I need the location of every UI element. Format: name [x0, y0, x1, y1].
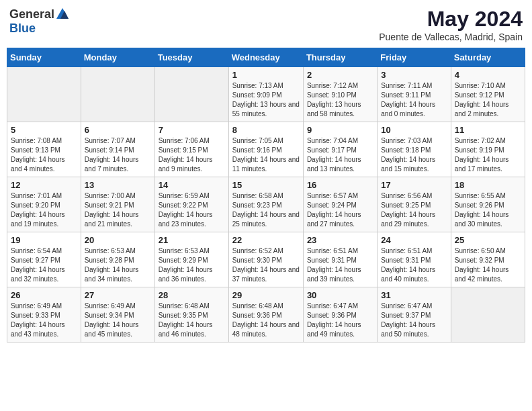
day-number: 2 [307, 70, 373, 80]
daylight-text: Daylight: 14 hours and 50 minutes. [381, 321, 435, 338]
calendar-day-cell [451, 287, 525, 342]
day-number: 7 [159, 125, 225, 135]
day-number: 15 [232, 180, 300, 190]
sunset-text: Sunset: 9:09 PM [232, 91, 282, 99]
day-number: 27 [85, 290, 151, 300]
page-header: General Blue May 2024 Puente de Vallecas… [7, 7, 525, 42]
day-info: Sunrise: 6:48 AM Sunset: 9:35 PM Dayligh… [159, 302, 225, 339]
daylight-text: Daylight: 13 hours and 55 minutes. [232, 101, 300, 118]
day-info: Sunrise: 6:49 AM Sunset: 9:33 PM Dayligh… [11, 302, 77, 339]
daylight-text: Daylight: 14 hours and 45 minutes. [85, 321, 139, 338]
calendar-week-row: 1 Sunrise: 7:13 AM Sunset: 9:09 PM Dayli… [7, 67, 525, 122]
sunset-text: Sunset: 9:33 PM [11, 312, 60, 319]
sunrise-text: Sunrise: 7:02 AM [455, 137, 506, 144]
sunrise-text: Sunrise: 6:51 AM [307, 247, 358, 255]
day-info: Sunrise: 6:59 AM Sunset: 9:22 PM Dayligh… [159, 191, 225, 229]
day-info: Sunrise: 6:48 AM Sunset: 9:36 PM Dayligh… [232, 302, 300, 339]
day-number: 17 [381, 180, 447, 190]
day-number: 3 [381, 70, 447, 80]
sunset-text: Sunset: 9:24 PM [307, 201, 357, 209]
day-info: Sunrise: 6:53 AM Sunset: 9:29 PM Dayligh… [159, 246, 225, 284]
day-info: Sunrise: 7:00 AM Sunset: 9:21 PM Dayligh… [85, 191, 151, 229]
calendar-day-cell: 23 Sunrise: 6:51 AM Sunset: 9:31 PM Dayl… [303, 232, 377, 287]
sunset-text: Sunset: 9:29 PM [159, 257, 208, 264]
day-info: Sunrise: 6:51 AM Sunset: 9:31 PM Dayligh… [381, 246, 447, 284]
day-number: 14 [159, 180, 225, 190]
day-info: Sunrise: 6:51 AM Sunset: 9:31 PM Dayligh… [307, 246, 373, 284]
calendar-week-row: 12 Sunrise: 7:01 AM Sunset: 9:20 PM Dayl… [7, 177, 525, 232]
day-info: Sunrise: 6:57 AM Sunset: 9:24 PM Dayligh… [307, 191, 373, 229]
daylight-text: Daylight: 14 hours and 39 minutes. [307, 266, 361, 283]
calendar-day-cell: 7 Sunrise: 7:06 AM Sunset: 9:15 PM Dayli… [154, 122, 228, 177]
sunrise-text: Sunrise: 6:48 AM [232, 302, 283, 310]
daylight-text: Daylight: 14 hours and 30 minutes. [455, 211, 509, 228]
sunrise-text: Sunrise: 6:58 AM [232, 192, 283, 199]
sunrise-text: Sunrise: 6:55 AM [455, 192, 506, 199]
sunrise-text: Sunrise: 7:04 AM [307, 137, 358, 144]
calendar-day-cell: 2 Sunrise: 7:12 AM Sunset: 9:10 PM Dayli… [303, 67, 377, 122]
sunrise-text: Sunrise: 7:13 AM [232, 82, 283, 89]
calendar-day-cell: 4 Sunrise: 7:10 AM Sunset: 9:12 PM Dayli… [451, 67, 525, 122]
day-number: 10 [381, 125, 447, 135]
daylight-text: Daylight: 14 hours and 7 minutes. [85, 156, 139, 173]
calendar-day-cell: 28 Sunrise: 6:48 AM Sunset: 9:35 PM Dayl… [154, 287, 228, 342]
sunset-text: Sunset: 9:31 PM [381, 257, 431, 264]
calendar-day-cell: 5 Sunrise: 7:08 AM Sunset: 9:13 PM Dayli… [7, 122, 81, 177]
day-number: 30 [307, 290, 373, 300]
sunset-text: Sunset: 9:13 PM [11, 146, 60, 154]
day-number: 28 [159, 290, 225, 300]
daylight-text: Daylight: 14 hours and 13 minutes. [307, 156, 361, 173]
calendar-day-cell: 9 Sunrise: 7:04 AM Sunset: 9:17 PM Dayli… [303, 122, 377, 177]
sunrise-text: Sunrise: 7:05 AM [232, 137, 283, 144]
day-info: Sunrise: 6:52 AM Sunset: 9:30 PM Dayligh… [232, 246, 300, 284]
sunrise-text: Sunrise: 6:56 AM [381, 192, 432, 199]
daylight-text: Daylight: 14 hours and 2 minutes. [455, 101, 509, 118]
sunset-text: Sunset: 9:14 PM [85, 146, 134, 154]
calendar-day-header: Thursday [303, 48, 377, 67]
sunrise-text: Sunrise: 6:59 AM [159, 192, 210, 199]
daylight-text: Daylight: 14 hours and 29 minutes. [381, 211, 435, 228]
daylight-text: Daylight: 14 hours and 32 minutes. [11, 266, 65, 283]
sunrise-text: Sunrise: 6:49 AM [85, 302, 136, 310]
sunset-text: Sunset: 9:15 PM [159, 146, 208, 154]
sunset-text: Sunset: 9:28 PM [85, 257, 134, 264]
calendar-day-cell: 12 Sunrise: 7:01 AM Sunset: 9:20 PM Dayl… [7, 177, 81, 232]
calendar-day-cell: 31 Sunrise: 6:47 AM Sunset: 9:37 PM Dayl… [378, 287, 451, 342]
day-info: Sunrise: 7:06 AM Sunset: 9:15 PM Dayligh… [159, 136, 225, 174]
calendar-day-cell: 6 Sunrise: 7:07 AM Sunset: 9:14 PM Dayli… [81, 122, 154, 177]
day-number: 5 [11, 125, 77, 135]
sunset-text: Sunset: 9:34 PM [85, 312, 134, 319]
calendar-day-cell: 15 Sunrise: 6:58 AM Sunset: 9:23 PM Dayl… [228, 177, 303, 232]
daylight-text: Daylight: 14 hours and 42 minutes. [455, 266, 509, 283]
subtitle: Puente de Vallecas, Madrid, Spain [379, 32, 523, 42]
sunrise-text: Sunrise: 7:01 AM [11, 192, 62, 199]
sunset-text: Sunset: 9:27 PM [11, 257, 60, 264]
sunset-text: Sunset: 9:10 PM [307, 91, 357, 99]
day-info: Sunrise: 6:47 AM Sunset: 9:37 PM Dayligh… [381, 302, 447, 339]
calendar-day-header: Sunday [7, 48, 81, 67]
day-info: Sunrise: 6:53 AM Sunset: 9:28 PM Dayligh… [85, 246, 151, 284]
sunrise-text: Sunrise: 6:52 AM [232, 247, 283, 255]
sunset-text: Sunset: 9:35 PM [159, 312, 208, 319]
daylight-text: Daylight: 14 hours and 36 minutes. [159, 266, 213, 283]
day-number: 13 [85, 180, 151, 190]
calendar-day-header: Friday [378, 48, 451, 67]
daylight-text: Daylight: 14 hours and 23 minutes. [159, 211, 213, 228]
daylight-text: Daylight: 13 hours and 58 minutes. [307, 101, 361, 118]
calendar-day-cell: 13 Sunrise: 7:00 AM Sunset: 9:21 PM Dayl… [81, 177, 154, 232]
day-info: Sunrise: 6:50 AM Sunset: 9:32 PM Dayligh… [455, 246, 521, 284]
calendar-day-cell: 29 Sunrise: 6:48 AM Sunset: 9:36 PM Dayl… [228, 287, 303, 342]
sunset-text: Sunset: 9:11 PM [381, 91, 431, 99]
day-info: Sunrise: 7:13 AM Sunset: 9:09 PM Dayligh… [232, 81, 300, 119]
sunset-text: Sunset: 9:23 PM [232, 201, 282, 209]
day-info: Sunrise: 6:55 AM Sunset: 9:26 PM Dayligh… [455, 191, 521, 229]
logo-general: General [9, 7, 54, 21]
day-number: 24 [381, 235, 447, 245]
daylight-text: Daylight: 14 hours and 9 minutes. [159, 156, 213, 173]
daylight-text: Daylight: 14 hours and 37 minutes. [232, 266, 300, 283]
day-info: Sunrise: 6:56 AM Sunset: 9:25 PM Dayligh… [381, 191, 447, 229]
calendar-day-cell: 20 Sunrise: 6:53 AM Sunset: 9:28 PM Dayl… [81, 232, 154, 287]
sunset-text: Sunset: 9:25 PM [381, 201, 431, 209]
daylight-text: Daylight: 14 hours and 17 minutes. [455, 156, 509, 173]
sunrise-text: Sunrise: 6:47 AM [381, 302, 432, 310]
